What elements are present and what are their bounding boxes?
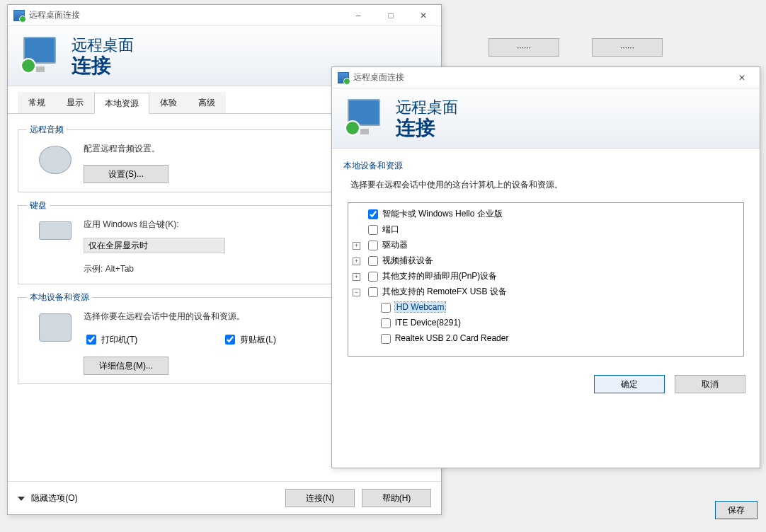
tab-general[interactable]: 常规 [18, 92, 56, 113]
tree-label-smartcard: 智能卡或 Windows Hello 企业版 [382, 209, 503, 219]
checkbox-realtek-reader[interactable] [381, 334, 391, 344]
hide-options-label: 隐藏选项(O) [31, 493, 77, 503]
audio-settings-button[interactable]: 设置(S)... [84, 165, 168, 183]
titlebar: 远程桌面连接 – □ ✕ [8, 5, 441, 26]
dialog-header-line-1: 远程桌面 [396, 97, 458, 118]
device-tree[interactable]: 智能卡或 Windows Hello 企业版 端口 + 驱动器 + 视频捕获设备 [348, 202, 744, 357]
rdc-local-devices-dialog: 远程桌面连接 ✕ 远程桌面 连接 本地设备和资源 选择要在远程会话中使用的这台计… [331, 66, 760, 468]
dialog-title: 远程桌面连接 [353, 71, 726, 83]
tree-item-smartcard[interactable]: 智能卡或 Windows Hello 企业版 [353, 206, 741, 221]
section-desc: 选择要在远程会话中使用的这台计算机上的设备和资源。 [332, 176, 760, 197]
tree-label-drives: 驱动器 [382, 240, 408, 250]
legend-keyboard: 键盘 [27, 200, 50, 212]
close-button[interactable]: ✕ [407, 5, 440, 26]
legend-remote-audio: 远程音频 [27, 124, 67, 136]
dialog-close-button[interactable]: ✕ [726, 67, 758, 88]
tree-item-hd-webcam[interactable]: HD Webcam [365, 299, 741, 315]
expand-icon[interactable]: + [353, 273, 360, 281]
checkbox-pnp[interactable] [368, 272, 378, 282]
checkbox-printer-input[interactable] [86, 335, 96, 345]
connect-button[interactable]: 连接(N) [285, 489, 355, 507]
tree-label-ite: ITE Device(8291) [395, 318, 461, 328]
tree-item-realtek-reader[interactable]: Realtek USB 2.0 Card Reader [365, 330, 741, 346]
window-title: 远程桌面连接 [29, 9, 342, 21]
checkbox-ite-device[interactable] [381, 318, 391, 328]
tree-item-drives[interactable]: + 驱动器 [353, 237, 741, 253]
dialog-header-band: 远程桌面 连接 [332, 88, 760, 149]
dialog-footer: 确定 取消 [332, 362, 760, 403]
tab-local-resources[interactable]: 本地资源 [94, 93, 149, 114]
checkbox-smartcard[interactable] [368, 209, 378, 219]
section-title: 本地设备和资源 [343, 160, 748, 172]
checkbox-hd-webcam[interactable] [381, 303, 391, 313]
tab-display[interactable]: 显示 [56, 92, 94, 113]
checkbox-printer[interactable]: 打印机(T) [84, 332, 137, 347]
tree-label-pnp: 其他支持的即插即用(PnP)设备 [382, 271, 498, 281]
speaker-icon [39, 146, 72, 174]
tree-item-video-capture[interactable]: + 视频捕获设备 [353, 253, 741, 268]
tree-label-hd-webcam: HD Webcam [395, 302, 446, 312]
tree-item-pnp[interactable]: + 其他支持的即插即用(PnP)设备 [353, 268, 741, 284]
minimize-button[interactable]: – [342, 5, 375, 26]
legend-local-devices: 本地设备和资源 [27, 291, 92, 303]
keyboard-icon [39, 221, 72, 240]
tree-item-ports[interactable]: 端口 [353, 221, 741, 237]
checkbox-clipboard[interactable]: 剪贴板(L) [222, 332, 276, 347]
collapse-icon[interactable]: − [353, 289, 360, 296]
header-line-1: 远程桌面 [72, 35, 134, 56]
tree-item-remotefx[interactable]: − 其他支持的 RemoteFX USB 设备 HD Webcam ITE De… [353, 284, 741, 346]
more-details-button[interactable]: 详细信息(M)... [84, 357, 168, 375]
bg-button-1[interactable]: ······ [488, 38, 559, 57]
header-line-2: 连接 [72, 56, 134, 76]
tree-item-ite-device[interactable]: ITE Device(8291) [365, 315, 741, 330]
checkbox-printer-label: 打印机(T) [101, 334, 137, 346]
keyboard-combo-dropdown[interactable]: 仅在全屏显示时 [84, 238, 225, 253]
monitor-icon [345, 99, 386, 136]
checkbox-remotefx[interactable] [368, 287, 378, 297]
hide-options-toggle[interactable]: 隐藏选项(O) [18, 492, 78, 504]
dialog-header-line-2: 连接 [396, 118, 458, 138]
checkbox-drives[interactable] [368, 241, 378, 250]
tab-experience[interactable]: 体验 [149, 92, 188, 113]
help-button[interactable]: 帮助(H) [362, 489, 431, 507]
printer-icon [39, 313, 72, 342]
monitor-icon [21, 37, 62, 74]
chevron-down-icon [18, 497, 25, 501]
tree-label-realtek: Realtek USB 2.0 Card Reader [395, 333, 509, 343]
tree-label-video: 视频捕获设备 [382, 255, 433, 265]
dialog-titlebar: 远程桌面连接 ✕ [332, 67, 760, 88]
rdc-icon [338, 72, 349, 83]
checkbox-clipboard-input[interactable] [225, 335, 235, 345]
expand-icon[interactable]: + [353, 258, 360, 265]
bg-save-button[interactable]: 保存 [715, 501, 758, 519]
rdc-icon [13, 10, 25, 21]
tab-advanced[interactable]: 高级 [188, 92, 226, 113]
ok-button[interactable]: 确定 [594, 375, 665, 393]
tree-label-remotefx: 其他支持的 RemoteFX USB 设备 [382, 287, 507, 296]
checkbox-video-capture[interactable] [368, 256, 378, 266]
cancel-button[interactable]: 取消 [675, 375, 745, 393]
maximize-button[interactable]: □ [375, 5, 407, 26]
checkbox-clipboard-label: 剪贴板(L) [240, 334, 276, 346]
checkbox-ports[interactable] [368, 225, 378, 235]
bg-button-2[interactable]: ······ [592, 38, 663, 57]
window-footer: 隐藏选项(O) 连接(N) 帮助(H) [8, 481, 441, 514]
expand-icon[interactable]: + [353, 242, 360, 250]
tree-label-ports: 端口 [382, 224, 399, 234]
